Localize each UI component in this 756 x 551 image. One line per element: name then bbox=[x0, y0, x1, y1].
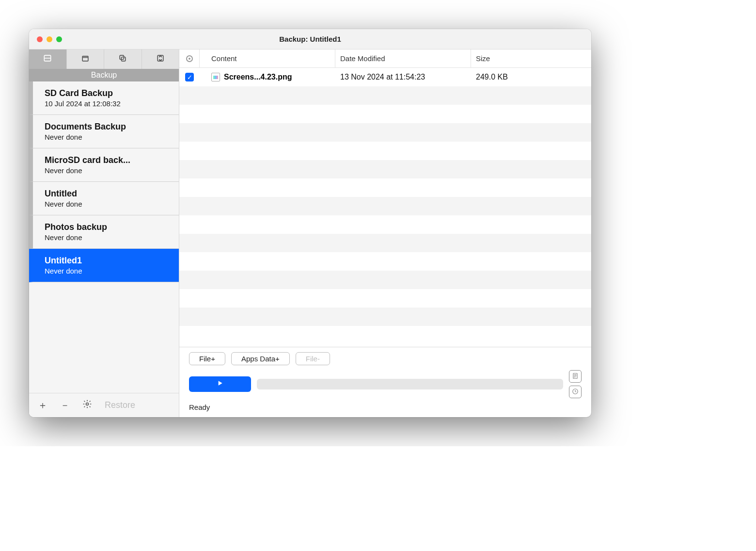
empty-row bbox=[179, 289, 591, 308]
tab-clone[interactable] bbox=[104, 49, 142, 69]
column-header-date[interactable]: Date Modified bbox=[335, 49, 471, 67]
minimize-window-button[interactable] bbox=[47, 36, 52, 42]
zoom-window-button[interactable] bbox=[56, 36, 62, 42]
image-file-icon bbox=[211, 73, 220, 81]
file-date: 13 Nov 2024 at 11:54:23 bbox=[335, 73, 471, 81]
plus-icon: ＋ bbox=[38, 399, 47, 412]
document-icon bbox=[572, 373, 579, 381]
empty-row bbox=[179, 123, 591, 142]
run-row bbox=[189, 370, 582, 398]
empty-row bbox=[179, 86, 591, 105]
backup-item-sub: Never done bbox=[45, 133, 173, 141]
tab-backup[interactable] bbox=[29, 49, 67, 69]
add-backup-button[interactable]: ＋ bbox=[38, 399, 47, 412]
empty-row bbox=[179, 142, 591, 160]
sidebar-footer: ＋ － Restore bbox=[29, 393, 179, 417]
schedule-button[interactable] bbox=[569, 386, 582, 398]
sidebar: Backup SD Card Backup 10 Jul 2024 at 12:… bbox=[29, 49, 179, 417]
gear-icon bbox=[82, 399, 92, 411]
column-headers: Content Date Modified Size bbox=[179, 49, 591, 68]
empty-row bbox=[179, 252, 591, 271]
backup-item-title: Untitled1 bbox=[45, 256, 173, 266]
file-size: 249.0 KB bbox=[471, 73, 591, 81]
backup-item-title: Photos backup bbox=[45, 222, 173, 232]
backup-item-untitled1[interactable]: Untitled1 Never done bbox=[29, 249, 179, 282]
backup-item-title: SD Card Backup bbox=[45, 88, 173, 98]
empty-row bbox=[179, 326, 591, 344]
backup-item-microsd[interactable]: MicroSD card back... Never done bbox=[29, 148, 179, 182]
file-row[interactable]: ✓ Screens...4.23.png 13 Nov 2024 at 11:5… bbox=[179, 68, 591, 86]
titlebar: Backup: Untitled1 bbox=[29, 29, 591, 49]
empty-row bbox=[179, 308, 591, 326]
svg-point-7 bbox=[86, 403, 89, 405]
close-window-button[interactable] bbox=[37, 36, 43, 42]
backup-item-title: MicroSD card back... bbox=[45, 155, 173, 165]
progress-bar bbox=[257, 379, 563, 389]
backup-item-untitled[interactable]: Untitled Never done bbox=[29, 182, 179, 215]
run-button[interactable] bbox=[189, 376, 251, 392]
empty-row bbox=[179, 215, 591, 234]
backup-item-sub: Never done bbox=[45, 233, 173, 242]
backup-list: SD Card Backup 10 Jul 2024 at 12:08:32 D… bbox=[29, 81, 179, 393]
backup-item-documents[interactable]: Documents Backup Never done bbox=[29, 115, 179, 148]
target-icon bbox=[186, 55, 193, 62]
bottom-bar: File+ Apps Data+ File- bbox=[179, 347, 591, 417]
minus-icon: － bbox=[60, 399, 70, 412]
file-checkbox[interactable]: ✓ bbox=[185, 73, 194, 81]
sync-icon bbox=[156, 53, 165, 65]
check-icon: ✓ bbox=[187, 74, 192, 81]
content-area: Backup SD Card Backup 10 Jul 2024 at 12:… bbox=[29, 49, 591, 417]
backup-item-photos[interactable]: Photos backup Never done bbox=[29, 215, 179, 249]
backup-item-sub: Never done bbox=[45, 200, 173, 208]
svg-rect-2 bbox=[82, 56, 88, 61]
drawer-icon bbox=[43, 53, 52, 65]
file-rows: ✓ Screens...4.23.png 13 Nov 2024 at 11:5… bbox=[179, 68, 591, 347]
column-header-content[interactable]: Content bbox=[200, 49, 335, 67]
backup-item-sub: Never done bbox=[45, 166, 173, 175]
box-icon bbox=[80, 53, 90, 65]
play-icon bbox=[216, 379, 224, 389]
apps-data-plus-button[interactable]: Apps Data+ bbox=[231, 352, 290, 365]
tab-archive[interactable] bbox=[67, 49, 105, 69]
empty-row bbox=[179, 197, 591, 215]
sidebar-tabbar bbox=[29, 49, 179, 69]
app-window: Backup: Untitled1 bbox=[29, 29, 591, 417]
empty-row bbox=[179, 271, 591, 289]
main-panel: Content Date Modified Size ✓ Screens...4… bbox=[179, 49, 591, 417]
column-header-check[interactable] bbox=[179, 49, 200, 67]
backup-item-sd-card[interactable]: SD Card Backup 10 Jul 2024 at 12:08:32 bbox=[29, 81, 179, 115]
action-button-row: File+ Apps Data+ File- bbox=[189, 352, 582, 365]
settings-button[interactable] bbox=[82, 399, 92, 411]
column-header-tail bbox=[580, 49, 591, 67]
side-icons bbox=[569, 370, 582, 398]
log-button[interactable] bbox=[569, 370, 582, 383]
file-name: Screens...4.23.png bbox=[224, 73, 292, 81]
tab-sync[interactable] bbox=[142, 49, 179, 69]
column-header-size[interactable]: Size bbox=[471, 49, 580, 67]
clock-icon bbox=[572, 388, 579, 396]
empty-row bbox=[179, 160, 591, 178]
restore-button[interactable]: Restore bbox=[105, 400, 135, 410]
remove-backup-button[interactable]: － bbox=[60, 399, 70, 412]
backup-item-sub: 10 Jul 2024 at 12:08:32 bbox=[45, 99, 173, 108]
status-text: Ready bbox=[189, 403, 582, 411]
empty-row bbox=[179, 178, 591, 197]
copy-icon bbox=[118, 53, 127, 65]
file-plus-button[interactable]: File+ bbox=[189, 352, 225, 365]
backup-item-title: Documents Backup bbox=[45, 122, 173, 132]
empty-row bbox=[179, 105, 591, 123]
file-minus-button[interactable]: File- bbox=[296, 352, 330, 365]
empty-row bbox=[179, 234, 591, 252]
traffic-lights bbox=[29, 36, 62, 42]
backup-item-sub: Never done bbox=[45, 267, 173, 275]
backup-item-title: Untitled bbox=[45, 189, 173, 199]
window-title: Backup: Untitled1 bbox=[29, 35, 591, 43]
sidebar-header: Backup bbox=[29, 69, 179, 81]
